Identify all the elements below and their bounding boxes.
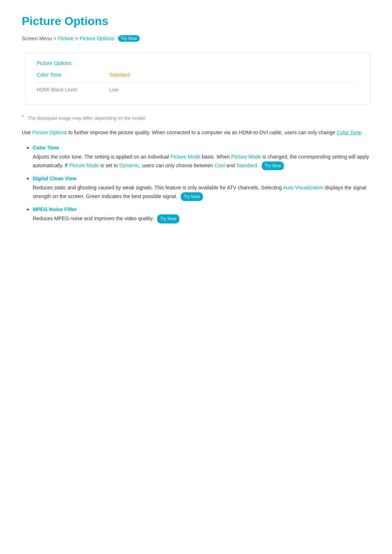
settings-box: Picture Options Color Tone Standard HDMI… [25,53,370,104]
breadcrumb-separator-1: > [53,36,56,41]
picture-mode-link-3[interactable]: Picture Mode [69,163,99,168]
picture-mode-link-1[interactable]: Picture Mode [171,154,200,160]
page-title: Picture Options [22,15,370,28]
dynamic-link[interactable]: Dynamic [119,163,139,168]
content-list: Color Tone Adjusts the color tone. The s… [22,144,370,223]
settings-section-title: Picture Options [37,60,359,66]
list-item-digital-clean-view: Digital Clean View Reduces static and gh… [33,175,370,201]
breadcrumb: Screen Menu > Picture > Picture Options … [22,35,370,42]
mpeg-noise-filter-body: Reduces MPEG noise and improves the vide… [33,214,370,223]
breadcrumb-separator-2: > [75,36,78,41]
breadcrumb-screen-menu: Screen Menu [22,36,52,41]
color-tone-link[interactable]: Color Tone [336,130,361,135]
picture-mode-link-2[interactable]: Picture Mode [231,154,261,160]
breadcrumb-picture-options[interactable]: Picture Options [79,36,114,41]
note-section: ” The displayed image may differ dependi… [22,115,370,121]
list-item-color-tone: Color Tone Adjusts the color tone. The s… [33,144,370,170]
color-tone-try-now[interactable]: Try Now [262,161,283,170]
color-tone-row: Color Tone Standard [37,72,359,78]
note-text: The displayed image may differ depending… [28,115,146,121]
settings-divider [37,82,359,82]
list-item-mpeg-noise-filter: MPEG Noise Filter Reduces MPEG noise and… [33,206,370,223]
digital-clean-try-now[interactable]: Try Now [181,192,203,201]
breadcrumb-picture[interactable]: Picture [58,36,74,41]
digital-clean-view-title[interactable]: Digital Clean View [33,176,370,181]
mpeg-noise-filter-title[interactable]: MPEG Noise Filter [33,206,370,212]
hdmi-black-level-value: Low [109,87,119,93]
standard-link[interactable]: Standard [236,163,257,168]
auto-visualization-link[interactable]: Auto Visualization [283,185,323,190]
mpeg-noise-try-now[interactable]: Try Now [157,214,179,223]
hdmi-black-level-row: HDMI Black Level Low [37,87,359,93]
color-tone-item-title[interactable]: Color Tone [33,145,370,151]
cool-link[interactable]: Cool [215,163,225,168]
hdmi-black-level-label[interactable]: HDMI Black Level [37,87,109,93]
picture-options-link[interactable]: Picture Options [32,130,67,135]
body-paragraph: Use Picture Options to further improve t… [22,128,370,137]
digital-clean-view-body: Reduces static and ghosting caused by we… [33,184,370,201]
breadcrumb-try-now-badge[interactable]: Try Now [118,35,140,42]
color-tone-label[interactable]: Color Tone [37,72,109,78]
color-tone-item-body: Adjusts the color tone. The setting is a… [33,153,370,170]
quote-mark: ” [22,115,24,121]
color-tone-value: Standard [109,72,130,78]
